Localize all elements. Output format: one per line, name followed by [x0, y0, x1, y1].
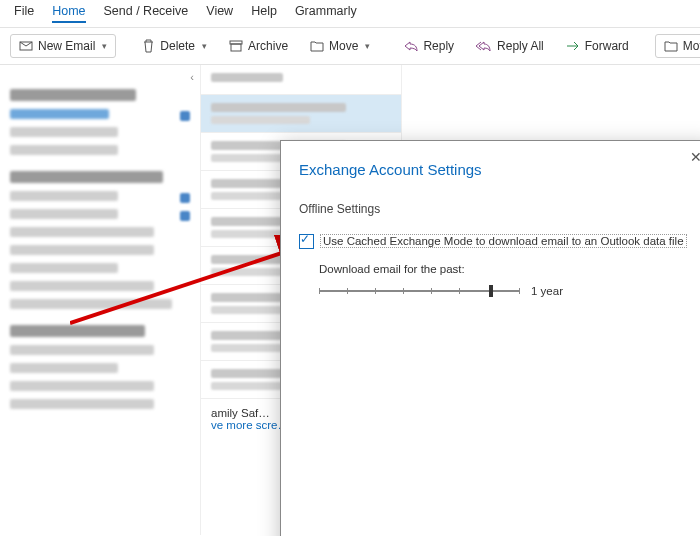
- chevron-down-icon[interactable]: ▾: [202, 41, 207, 51]
- cached-mode-checkbox[interactable]: [299, 234, 314, 249]
- menu-grammarly[interactable]: Grammarly: [295, 4, 357, 23]
- reply-button[interactable]: Reply: [396, 35, 462, 57]
- svg-rect-2: [231, 44, 241, 51]
- cached-mode-label: Use Cached Exchange Mode to download ema…: [320, 234, 687, 248]
- move-button[interactable]: Move▾: [302, 35, 378, 57]
- folder-item[interactable]: [10, 245, 154, 255]
- folder-item[interactable]: [10, 399, 154, 409]
- move-to-folder-button[interactable]: Move to folder: [655, 34, 700, 58]
- delete-button[interactable]: Delete▾: [134, 35, 215, 57]
- chevron-down-icon[interactable]: ▾: [102, 41, 107, 51]
- menu-help[interactable]: Help: [251, 4, 277, 23]
- list-header[interactable]: [201, 65, 401, 95]
- chevron-down-icon[interactable]: ▾: [365, 41, 370, 51]
- new-email-button[interactable]: New Email▾: [10, 34, 116, 58]
- folder-item[interactable]: [10, 145, 118, 155]
- menu-send-receive[interactable]: Send / Receive: [104, 4, 189, 23]
- trash-icon: [142, 39, 155, 53]
- collapse-icon[interactable]: ‹: [190, 71, 194, 83]
- message-item[interactable]: [201, 95, 401, 133]
- account-header[interactable]: [10, 89, 136, 101]
- delete-label: Delete: [160, 39, 195, 53]
- folder-item[interactable]: [10, 299, 172, 309]
- exchange-settings-dialog: ✕ Exchange Account Settings Offline Sett…: [280, 140, 700, 536]
- reply-all-label: Reply All: [497, 39, 544, 53]
- menu-bar: File Home Send / Receive View Help Gramm…: [0, 0, 700, 28]
- mail-icon: [19, 39, 33, 53]
- folder-item[interactable]: [10, 263, 118, 273]
- section-heading: Offline Settings: [299, 202, 694, 216]
- download-past-label: Download email for the past:: [319, 263, 694, 275]
- archive-button[interactable]: Archive: [221, 35, 296, 57]
- dialog-title: Exchange Account Settings: [299, 161, 694, 178]
- folder-item[interactable]: [10, 345, 154, 355]
- reply-all-icon: [476, 40, 492, 52]
- reply-label: Reply: [423, 39, 454, 53]
- reply-all-button[interactable]: Reply All: [468, 35, 552, 57]
- account-header[interactable]: [10, 325, 145, 337]
- move-to-folder-label: Move to folder: [683, 39, 700, 53]
- account-header[interactable]: [10, 171, 163, 183]
- new-email-label: New Email: [38, 39, 95, 53]
- archive-label: Archive: [248, 39, 288, 53]
- menu-home[interactable]: Home: [52, 4, 85, 23]
- folder-item[interactable]: [10, 381, 154, 391]
- forward-icon: [566, 40, 580, 52]
- folder-item[interactable]: [10, 363, 118, 373]
- folder-arrow-icon: [310, 40, 324, 52]
- folder-pane: ‹: [0, 65, 201, 535]
- folder-item[interactable]: [10, 209, 118, 219]
- folder-item[interactable]: [10, 109, 109, 119]
- archive-icon: [229, 40, 243, 52]
- forward-button[interactable]: Forward: [558, 35, 637, 57]
- move-label: Move: [329, 39, 358, 53]
- folder-icon: [664, 40, 678, 52]
- download-range-slider[interactable]: [319, 290, 519, 292]
- reply-icon: [404, 40, 418, 52]
- slider-thumb[interactable]: [489, 285, 493, 297]
- folder-item[interactable]: [10, 127, 118, 137]
- slider-value: 1 year: [531, 285, 563, 297]
- folder-item[interactable]: [10, 227, 154, 237]
- menu-file[interactable]: File: [14, 4, 34, 23]
- folder-item[interactable]: [10, 281, 154, 291]
- close-icon[interactable]: ✕: [690, 149, 700, 165]
- folder-item[interactable]: [10, 191, 118, 201]
- menu-view[interactable]: View: [206, 4, 233, 23]
- ribbon-toolbar: New Email▾ Delete▾ Archive Move▾ Reply R…: [0, 28, 700, 65]
- forward-label: Forward: [585, 39, 629, 53]
